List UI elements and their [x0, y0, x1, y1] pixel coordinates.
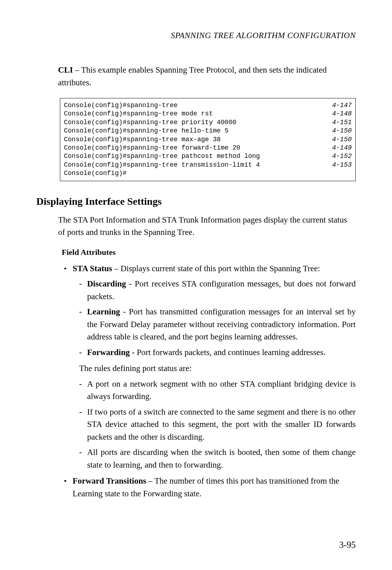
code-line: Console(config)#spanning-tree forward-ti… — [64, 144, 352, 152]
forward-transitions-item: Forward Transitions – The number of time… — [62, 475, 356, 500]
forward-transitions-term: Forward Transitions — [73, 476, 146, 485]
sta-status-desc: – Displays current state of this port wi… — [112, 264, 320, 273]
field-attributes-list: STA Status – Displays current state of t… — [58, 262, 356, 500]
rule-item: If two ports of a switch are connected t… — [79, 406, 356, 444]
state-discarding: Discarding - Port receives STA configura… — [79, 278, 356, 303]
code-line: Console(config)# — [64, 169, 352, 178]
code-line: Console(config)#spanning-tree mode rst4-… — [64, 110, 352, 118]
page-number: 3-95 — [339, 540, 356, 550]
rule-item: All ports are discarding when the switch… — [79, 446, 356, 471]
intro-paragraph: CLI – This example enables Spanning Tree… — [36, 64, 356, 89]
sta-status-item: STA Status – Displays current state of t… — [62, 262, 356, 472]
code-line: Console(config)#spanning-tree pathcost m… — [64, 152, 352, 160]
rules-list: A port on a network segment with no othe… — [73, 378, 356, 472]
state-learning: Learning - Port has transmitted configur… — [79, 306, 356, 343]
code-line: Console(config)#spanning-tree4-147 — [64, 101, 352, 110]
code-line: Console(config)#spanning-tree max-age 38… — [64, 135, 352, 144]
rules-intro: The rules defining port status are: — [73, 362, 356, 375]
sta-states-list: Discarding - Port receives STA configura… — [73, 278, 356, 359]
code-line: Console(config)#spanning-tree transmissi… — [64, 161, 352, 169]
code-example-box: Console(config)#spanning-tree4-147 Conso… — [60, 98, 356, 181]
state-forwarding: Forwarding - Port forwards packets, and … — [79, 346, 356, 359]
section-heading: Displaying Interface Settings — [36, 196, 356, 207]
section-body: The STA Port Information and STA Trunk I… — [36, 214, 356, 500]
code-line: Console(config)#spanning-tree priority 4… — [64, 118, 352, 127]
section-description: The STA Port Information and STA Trunk I… — [58, 214, 356, 239]
cli-label: CLI — [58, 65, 73, 74]
rule-item: A port on a network segment with no othe… — [79, 378, 356, 403]
intro-text: – This example enables Spanning Tree Pro… — [58, 65, 327, 87]
field-attributes-heading: Field Attributes — [58, 246, 356, 258]
sta-status-term: STA Status — [73, 264, 112, 273]
page-header: SPANNING TREE ALGORITHM CONFIGURATION — [36, 31, 356, 40]
code-line: Console(config)#spanning-tree hello-time… — [64, 127, 352, 135]
